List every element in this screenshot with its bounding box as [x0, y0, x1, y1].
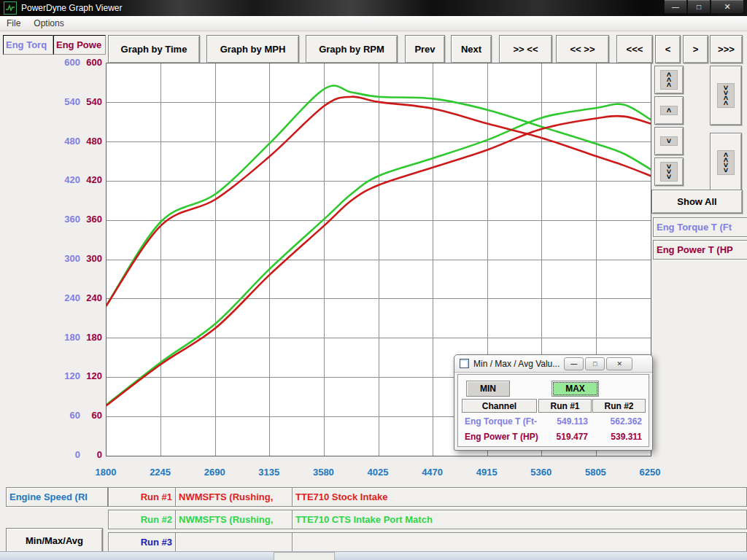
minmax-row-power-channel: Eng Power T (HP)	[465, 432, 538, 442]
powerdyne-window: PowerDyne Graph Viewer — □ ✕ File Option…	[0, 0, 747, 560]
minmax-close-button[interactable]: ✕	[606, 357, 632, 370]
y-tick-label: 480	[86, 136, 102, 147]
scroll-right-fast-button[interactable]: >>>	[710, 35, 743, 63]
zoom-in-x-button[interactable]: >> <<	[499, 35, 552, 63]
minmax-col-run2[interactable]: Run #2	[592, 399, 646, 413]
eng-torque-axis-button[interactable]: Eng Torq	[3, 35, 53, 55]
minmax-minimize-button[interactable]: —	[564, 357, 584, 370]
minmax-title-bar[interactable]: Min / Max / Avg Valu... — □ ✕	[454, 355, 652, 373]
minmax-torque-run2-value: 562.362	[592, 416, 642, 427]
minmax-window-title: Min / Max / Avg Valu...	[473, 359, 560, 369]
scroll-right-button[interactable]: >	[683, 35, 708, 63]
rpm-tick-label: 6250	[640, 467, 661, 478]
run1-source-box[interactable]: NWMSFTS (Rushing,	[175, 487, 294, 507]
minmax-power-run1-value: 519.477	[538, 432, 588, 442]
power-channel-box[interactable]: Eng Power T (HP	[653, 240, 747, 260]
run3-label-box[interactable]: Run #3	[108, 532, 176, 552]
run2-label-box[interactable]: Run #2	[108, 510, 176, 529]
y-scale-compress-button[interactable]: ˅ ˅ ˄ ˄	[710, 66, 742, 125]
rpm-tick-label: 2245	[150, 467, 171, 478]
scroll-left-button[interactable]: <	[655, 35, 681, 63]
minmax-avg-button[interactable]: Min/Max/Avg	[6, 528, 103, 553]
y-tick-label: 360	[86, 214, 102, 225]
rpm-tick-label: 5360	[530, 467, 551, 478]
y-tick-label: 300	[86, 253, 102, 265]
graph-by-time-button[interactable]: Graph by Time	[108, 35, 200, 63]
y-tick-label: 240	[86, 292, 102, 304]
min-button[interactable]: MIN	[466, 381, 510, 397]
eng-torque-axis-label: Eng Torq	[6, 39, 47, 50]
rpm-tick-label: 5805	[585, 467, 606, 478]
power-axis-ticks: 600540480420360300240180120600	[51, 57, 102, 461]
x-channel-box[interactable]: Engine Speed (RI	[6, 487, 108, 507]
app-icon	[4, 1, 17, 15]
run2-description-box[interactable]: TTE710 CTS Intake Port Match	[292, 510, 747, 529]
graph-by-rpm-button[interactable]: Graph by RPM	[306, 35, 398, 63]
chevrons-inward-icon: ˅ ˅ ˄ ˄	[717, 83, 735, 108]
minmax-window-icon	[460, 359, 469, 368]
rpm-tick-label: 2690	[204, 467, 225, 478]
minmax-body: MIN MAX Channel Run #1 Run #2 Eng Torque…	[457, 374, 649, 447]
chevrons-outward-icon: ˄ ˄ ˅ ˅	[717, 150, 735, 175]
y-scroll-down-fast-button[interactable]: ˅ ˅ ˅	[654, 158, 684, 186]
y-scroll-up-button[interactable]: ˄	[654, 96, 684, 125]
menu-file[interactable]: File	[0, 18, 27, 28]
window-title: PowerDyne Graph Viewer	[21, 3, 123, 13]
y-tick-label: 180	[86, 332, 102, 343]
eng-power-axis-label: Eng Powe	[56, 39, 101, 50]
run3-source-box[interactable]	[175, 532, 294, 552]
graph-by-mph-button[interactable]: Graph by MPH	[206, 35, 299, 63]
minimize-button[interactable]: —	[664, 0, 687, 14]
rpm-tick-label: 1800	[96, 467, 117, 478]
status-grip	[274, 552, 335, 560]
show-all-button[interactable]: Show All	[651, 190, 743, 214]
minmax-col-run1[interactable]: Run #1	[538, 399, 592, 413]
scroll-left-fast-button[interactable]: <<<	[616, 35, 653, 63]
zoom-out-x-button[interactable]: << >>	[556, 35, 609, 63]
max-button[interactable]: MAX	[551, 381, 599, 397]
chevron-up-icon: ˄	[660, 106, 678, 115]
menu-bar: File Options	[0, 16, 747, 31]
rpm-tick-label: 3135	[258, 467, 279, 478]
torque-channel-box[interactable]: Eng Torque T (Ft	[653, 217, 747, 237]
maximize-button[interactable]: □	[687, 0, 711, 14]
next-button[interactable]: Next	[451, 35, 492, 63]
y-scroll-down-button[interactable]: ˅	[654, 127, 684, 155]
minmax-torque-run1-value: 549.113	[538, 416, 588, 427]
y-scale-expand-button[interactable]: ˄ ˄ ˅ ˅	[710, 133, 742, 192]
y-scroll-up-fast-button[interactable]: ˄ ˄ ˄	[654, 66, 684, 94]
menu-options[interactable]: Options	[27, 18, 70, 28]
y-tick-label: 600	[86, 57, 102, 69]
chevron-down-icon: ˅	[660, 136, 678, 146]
rpm-axis-ticks: 1800224526903135358040254470491553605805…	[106, 467, 650, 478]
eng-power-axis-button[interactable]: Eng Powe	[53, 35, 106, 55]
prev-button[interactable]: Prev	[405, 35, 445, 63]
title-bar[interactable]: PowerDyne Graph Viewer — □ ✕	[0, 0, 747, 16]
rpm-tick-label: 4470	[422, 467, 443, 478]
minmax-avg-window: Min / Max / Avg Valu... — □ ✕ MIN MAX Ch…	[454, 354, 653, 451]
run1-label-box[interactable]: Run #1	[108, 487, 176, 507]
y-tick-label: 60	[92, 410, 102, 421]
run3-description-box[interactable]	[292, 532, 747, 552]
minmax-row-torque-channel: Eng Torque T (Ft-	[465, 416, 537, 427]
rpm-tick-label: 4025	[368, 467, 389, 478]
y-tick-label: 420	[86, 174, 102, 186]
minmax-power-run2-value: 539.311	[592, 432, 642, 442]
rpm-tick-label: 3580	[313, 467, 334, 478]
close-button[interactable]: ✕	[711, 0, 744, 14]
run2-source-box[interactable]: NWMSFTS (Rushing,	[175, 510, 294, 529]
chevron-up-triple-icon: ˄ ˄ ˄	[660, 70, 678, 90]
minmax-restore-button[interactable]: □	[585, 357, 605, 370]
y-tick-label: 120	[86, 370, 102, 382]
run1-description-box[interactable]: TTE710 Stock Intake	[292, 487, 747, 507]
minmax-col-channel[interactable]: Channel	[462, 399, 537, 413]
y-tick-label: 540	[86, 96, 102, 108]
rpm-tick-label: 4915	[476, 467, 498, 478]
chevron-down-triple-icon: ˅ ˅ ˅	[660, 162, 678, 182]
status-bar	[0, 551, 747, 560]
y-tick-label: 0	[97, 449, 102, 461]
